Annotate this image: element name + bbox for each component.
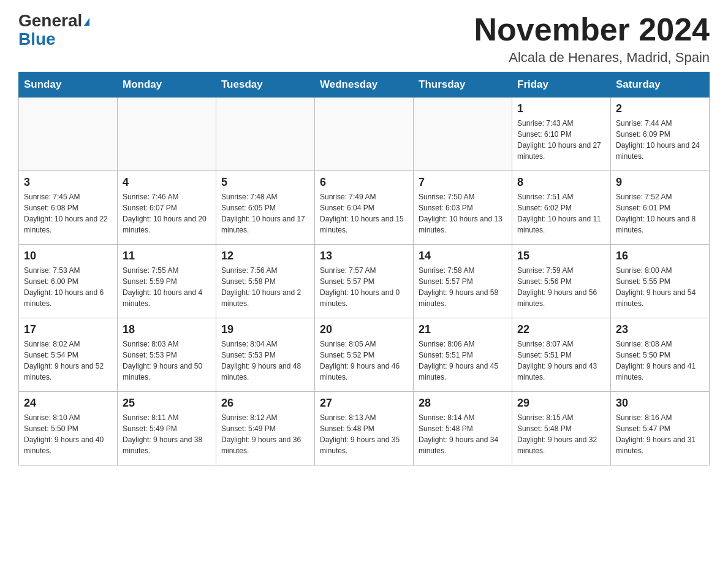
calendar-cell: 20Sunrise: 8:05 AMSunset: 5:52 PMDayligh… — [315, 318, 414, 392]
logo-line2: Blue — [18, 29, 56, 49]
day-number: 12 — [221, 250, 309, 262]
calendar-cell: 9Sunrise: 7:52 AMSunset: 6:01 PMDaylight… — [611, 171, 710, 245]
calendar-cell: 30Sunrise: 8:16 AMSunset: 5:47 PMDayligh… — [611, 392, 710, 465]
day-number: 19 — [221, 323, 309, 336]
day-number: 6 — [320, 176, 408, 189]
day-number: 13 — [320, 250, 408, 262]
calendar-cell — [216, 98, 315, 171]
calendar-cell — [315, 98, 414, 171]
day-info: Sunrise: 7:52 AMSunset: 6:01 PMDaylight:… — [616, 191, 704, 236]
day-info: Sunrise: 7:57 AMSunset: 5:57 PMDaylight:… — [320, 265, 408, 309]
day-info: Sunrise: 8:10 AMSunset: 5:50 PMDaylight:… — [24, 412, 112, 456]
day-info: Sunrise: 7:50 AMSunset: 6:03 PMDaylight:… — [419, 191, 507, 236]
day-info: Sunrise: 8:14 AMSunset: 5:48 PMDaylight:… — [419, 412, 507, 456]
weekday-header-thursday: Thursday — [414, 72, 512, 98]
day-info: Sunrise: 7:49 AMSunset: 6:04 PMDaylight:… — [320, 191, 408, 236]
day-info: Sunrise: 7:48 AMSunset: 6:05 PMDaylight:… — [221, 191, 309, 236]
page-subtitle: Alcala de Henares, Madrid, Spain — [474, 50, 710, 66]
day-number: 14 — [419, 250, 507, 262]
calendar-cell: 2Sunrise: 7:44 AMSunset: 6:09 PMDaylight… — [611, 98, 710, 171]
day-number: 9 — [616, 176, 704, 189]
day-number: 11 — [123, 250, 211, 262]
day-info: Sunrise: 7:43 AMSunset: 6:10 PMDaylight:… — [517, 118, 605, 162]
day-info: Sunrise: 8:11 AMSunset: 5:49 PMDaylight:… — [123, 412, 211, 456]
title-block: November 2024 Alcala de Henares, Madrid,… — [474, 12, 710, 66]
calendar-cell: 10Sunrise: 7:53 AMSunset: 6:00 PMDayligh… — [19, 245, 118, 318]
calendar-cell: 16Sunrise: 8:00 AMSunset: 5:55 PMDayligh… — [611, 245, 710, 318]
day-number: 10 — [24, 250, 112, 262]
calendar-cell: 3Sunrise: 7:45 AMSunset: 6:08 PMDaylight… — [19, 171, 118, 245]
day-number: 8 — [517, 176, 605, 189]
calendar-cell: 24Sunrise: 8:10 AMSunset: 5:50 PMDayligh… — [19, 392, 118, 465]
day-info: Sunrise: 7:58 AMSunset: 5:57 PMDaylight:… — [419, 265, 507, 309]
day-info: Sunrise: 7:55 AMSunset: 5:59 PMDaylight:… — [123, 265, 211, 309]
calendar-cell — [414, 98, 512, 171]
calendar-cell: 12Sunrise: 7:56 AMSunset: 5:58 PMDayligh… — [216, 245, 315, 318]
calendar-cell: 28Sunrise: 8:14 AMSunset: 5:48 PMDayligh… — [414, 392, 512, 465]
weekday-header-friday: Friday — [512, 72, 611, 98]
day-info: Sunrise: 8:07 AMSunset: 5:51 PMDaylight:… — [517, 339, 605, 383]
calendar-cell: 22Sunrise: 8:07 AMSunset: 5:51 PMDayligh… — [512, 318, 611, 392]
weekday-header-tuesday: Tuesday — [216, 72, 315, 98]
day-number: 20 — [320, 323, 408, 336]
calendar-cell: 23Sunrise: 8:08 AMSunset: 5:50 PMDayligh… — [611, 318, 710, 392]
day-info: Sunrise: 7:51 AMSunset: 6:02 PMDaylight:… — [517, 191, 605, 236]
calendar-cell: 18Sunrise: 8:03 AMSunset: 5:53 PMDayligh… — [118, 318, 216, 392]
day-info: Sunrise: 8:04 AMSunset: 5:53 PMDaylight:… — [221, 339, 309, 383]
day-number: 2 — [616, 102, 704, 115]
logo-line1: General — [18, 12, 89, 29]
day-number: 5 — [221, 176, 309, 189]
day-number: 23 — [616, 323, 704, 336]
day-number: 27 — [320, 397, 408, 410]
day-number: 26 — [221, 397, 309, 410]
weekday-header-monday: Monday — [118, 72, 216, 98]
calendar-cell: 27Sunrise: 8:13 AMSunset: 5:48 PMDayligh… — [315, 392, 414, 465]
day-info: Sunrise: 8:05 AMSunset: 5:52 PMDaylight:… — [320, 339, 408, 383]
calendar-week-row: 3Sunrise: 7:45 AMSunset: 6:08 PMDaylight… — [19, 171, 710, 245]
day-number: 22 — [517, 323, 605, 336]
day-info: Sunrise: 7:45 AMSunset: 6:08 PMDaylight:… — [24, 191, 112, 236]
day-info: Sunrise: 8:02 AMSunset: 5:54 PMDaylight:… — [24, 339, 112, 383]
day-number: 30 — [616, 397, 704, 410]
day-info: Sunrise: 7:46 AMSunset: 6:07 PMDaylight:… — [123, 191, 211, 236]
day-number: 4 — [123, 176, 211, 189]
weekday-header-sunday: Sunday — [19, 72, 118, 98]
calendar-cell: 5Sunrise: 7:48 AMSunset: 6:05 PMDaylight… — [216, 171, 315, 245]
day-number: 28 — [419, 397, 507, 410]
day-info: Sunrise: 8:06 AMSunset: 5:51 PMDaylight:… — [419, 339, 507, 383]
page-title: November 2024 — [474, 12, 710, 47]
day-info: Sunrise: 8:03 AMSunset: 5:53 PMDaylight:… — [123, 339, 211, 383]
calendar-cell: 25Sunrise: 8:11 AMSunset: 5:49 PMDayligh… — [118, 392, 216, 465]
day-number: 15 — [517, 250, 605, 262]
day-number: 24 — [24, 397, 112, 410]
calendar-cell: 6Sunrise: 7:49 AMSunset: 6:04 PMDaylight… — [315, 171, 414, 245]
day-number: 21 — [419, 323, 507, 336]
logo: General Blue — [18, 12, 89, 49]
day-info: Sunrise: 8:00 AMSunset: 5:55 PMDaylight:… — [616, 265, 704, 309]
day-info: Sunrise: 7:44 AMSunset: 6:09 PMDaylight:… — [616, 118, 704, 162]
day-number: 16 — [616, 250, 704, 262]
calendar-cell — [118, 98, 216, 171]
calendar-week-row: 17Sunrise: 8:02 AMSunset: 5:54 PMDayligh… — [19, 318, 710, 392]
calendar-week-row: 24Sunrise: 8:10 AMSunset: 5:50 PMDayligh… — [19, 392, 710, 465]
day-number: 17 — [24, 323, 112, 336]
calendar-cell: 8Sunrise: 7:51 AMSunset: 6:02 PMDaylight… — [512, 171, 611, 245]
calendar-week-row: 1Sunrise: 7:43 AMSunset: 6:10 PMDaylight… — [19, 98, 710, 171]
calendar-cell: 1Sunrise: 7:43 AMSunset: 6:10 PMDaylight… — [512, 98, 611, 171]
weekday-header-saturday: Saturday — [611, 72, 710, 98]
day-number: 29 — [517, 397, 605, 410]
day-info: Sunrise: 8:15 AMSunset: 5:48 PMDaylight:… — [517, 412, 605, 456]
day-info: Sunrise: 8:12 AMSunset: 5:49 PMDaylight:… — [221, 412, 309, 456]
calendar-cell: 21Sunrise: 8:06 AMSunset: 5:51 PMDayligh… — [414, 318, 512, 392]
day-number: 7 — [419, 176, 507, 189]
calendar-cell: 15Sunrise: 7:59 AMSunset: 5:56 PMDayligh… — [512, 245, 611, 318]
day-info: Sunrise: 8:08 AMSunset: 5:50 PMDaylight:… — [616, 339, 704, 383]
day-info: Sunrise: 7:56 AMSunset: 5:58 PMDaylight:… — [221, 265, 309, 309]
day-number: 18 — [123, 323, 211, 336]
calendar-cell: 13Sunrise: 7:57 AMSunset: 5:57 PMDayligh… — [315, 245, 414, 318]
calendar-cell: 4Sunrise: 7:46 AMSunset: 6:07 PMDaylight… — [118, 171, 216, 245]
day-number: 25 — [123, 397, 211, 410]
calendar-cell: 17Sunrise: 8:02 AMSunset: 5:54 PMDayligh… — [19, 318, 118, 392]
calendar-cell: 19Sunrise: 8:04 AMSunset: 5:53 PMDayligh… — [216, 318, 315, 392]
day-info: Sunrise: 7:59 AMSunset: 5:56 PMDaylight:… — [517, 265, 605, 309]
